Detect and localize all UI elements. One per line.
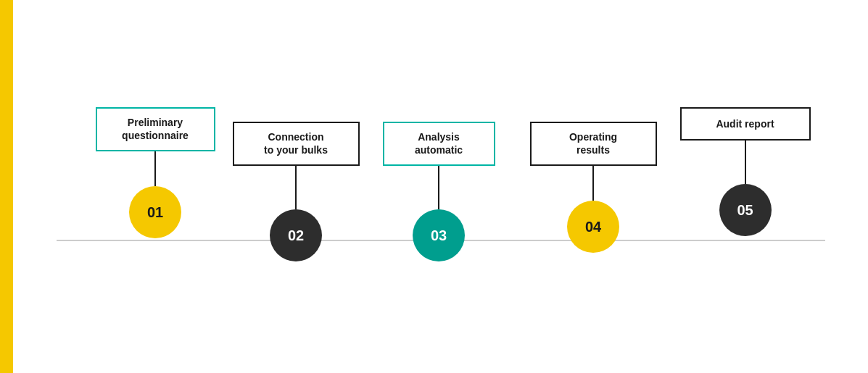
step-3-label-line2: automatic — [415, 144, 463, 156]
step-3-label-line1: Analysis — [418, 131, 460, 143]
step-1-label-line1: Preliminary — [128, 117, 183, 128]
step-4: Operating results 04 — [530, 122, 657, 253]
step-5-number: 05 — [737, 202, 753, 219]
timeline-scene: Preliminary questionnaire 01 Connection … — [57, 64, 825, 310]
step-1-circle: 01 — [129, 186, 181, 238]
step-2-connector — [295, 166, 297, 209]
step-4-label-line1: Operating — [569, 131, 617, 143]
step-2: Connection to your bulks 02 — [233, 122, 360, 262]
step-5: Audit report 05 — [680, 107, 811, 237]
step-3: Analysis automatic 03 — [383, 122, 495, 262]
left-accent-bar — [0, 0, 13, 373]
step-3-number: 03 — [431, 227, 447, 244]
timeline-container: Preliminary questionnaire 01 Connection … — [13, 0, 868, 373]
step-4-label: Operating results — [530, 122, 657, 167]
step-1: Preliminary questionnaire 01 — [96, 107, 215, 239]
step-1-connector — [154, 151, 156, 186]
step-2-label-line2: to your bulks — [264, 144, 328, 156]
step-2-label: Connection to your bulks — [233, 122, 360, 167]
step-1-number: 01 — [147, 204, 163, 221]
step-2-number: 02 — [288, 227, 304, 244]
step-3-label: Analysis automatic — [383, 122, 495, 167]
step-1-label-line2: questionnaire — [122, 130, 189, 141]
step-3-connector — [438, 166, 439, 209]
step-4-label-line2: results — [576, 144, 610, 156]
step-4-number: 04 — [585, 219, 601, 235]
step-2-circle: 02 — [270, 209, 322, 261]
step-1-label: Preliminary questionnaire — [96, 107, 215, 152]
step-5-connector — [745, 141, 746, 184]
step-4-circle: 04 — [567, 201, 619, 253]
step-3-circle: 03 — [413, 209, 465, 261]
step-2-label-line1: Connection — [268, 131, 324, 143]
step-4-connector — [592, 166, 594, 201]
step-5-circle: 05 — [719, 184, 772, 236]
step-5-label-line1: Audit report — [716, 118, 774, 130]
step-5-label: Audit report — [680, 107, 811, 141]
